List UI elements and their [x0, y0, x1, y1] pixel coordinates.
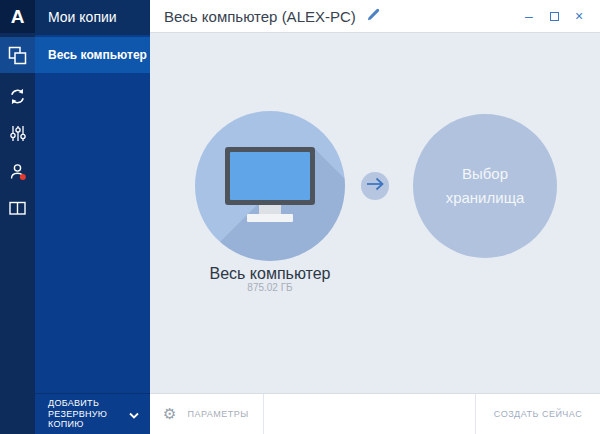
backup-source-circle[interactable] — [195, 111, 345, 261]
acronis-logo: A — [0, 0, 35, 33]
minimize-button[interactable]: – — [520, 7, 538, 25]
maximize-button[interactable] — [545, 7, 563, 25]
options-label: Параметры — [187, 409, 248, 419]
destination-label: Выбор хранилища — [435, 162, 535, 210]
chevron-down-icon — [129, 405, 139, 423]
rail-item-help[interactable] — [0, 190, 35, 226]
options-button[interactable]: ⚙ Параметры — [150, 394, 263, 434]
footer-divider — [263, 394, 264, 434]
edit-pencil-icon — [366, 7, 381, 26]
rail-item-account[interactable] — [0, 154, 35, 190]
sync-icon — [8, 87, 27, 106]
main-panel: Весь компьютер (ALEX-PC) – × — [150, 0, 600, 434]
add-backup-label: Добавить резервную копию — [48, 398, 120, 430]
sidebar-item-whole-computer[interactable]: Весь компьютер (... — [35, 37, 150, 73]
monitor-screen — [230, 152, 310, 200]
add-backup-button[interactable]: Добавить резервную копию — [35, 393, 150, 434]
footer-bar: ⚙ Параметры Создать сейчас — [150, 393, 600, 434]
tools-icon — [9, 124, 27, 143]
create-now-label: Создать сейчас — [494, 409, 582, 419]
backup-content-area: Выбор хранилища Весь компьютер 875.02 ГБ — [150, 33, 600, 393]
flow-arrow-badge — [361, 172, 389, 200]
page-title: Весь компьютер (ALEX-PC) — [164, 8, 356, 25]
gear-icon: ⚙ — [163, 407, 176, 422]
rail-item-sync[interactable] — [0, 78, 35, 114]
app-window: A — [0, 0, 600, 434]
account-icon — [8, 162, 28, 182]
monitor-stand-base — [247, 214, 293, 222]
rename-backup-button[interactable] — [366, 7, 381, 26]
monitor-icon — [225, 147, 315, 205]
sidebar-title: Мои копии — [35, 0, 150, 35]
icon-rail: A — [0, 0, 35, 434]
notification-dot — [19, 174, 25, 180]
rail-item-backups[interactable] — [0, 37, 35, 73]
arrow-right-icon — [365, 177, 385, 195]
window-controls: – × — [520, 7, 588, 25]
sidebar: Мои копии Весь компьютер (... Добавить р… — [35, 0, 150, 434]
create-now-button[interactable]: Создать сейчас — [476, 394, 600, 434]
source-size: 875.02 ГБ — [175, 282, 365, 293]
backup-destination-circle[interactable]: Выбор хранилища — [413, 114, 557, 258]
monitor-stand-neck — [259, 205, 281, 214]
close-button[interactable]: × — [570, 7, 588, 25]
help-icon — [8, 200, 27, 217]
source-label: Весь компьютер — [175, 265, 365, 283]
rail-item-tools[interactable] — [0, 115, 35, 151]
backups-icon — [8, 46, 27, 65]
titlebar: Весь компьютер (ALEX-PC) – × — [150, 0, 600, 33]
maximize-icon — [550, 12, 559, 21]
